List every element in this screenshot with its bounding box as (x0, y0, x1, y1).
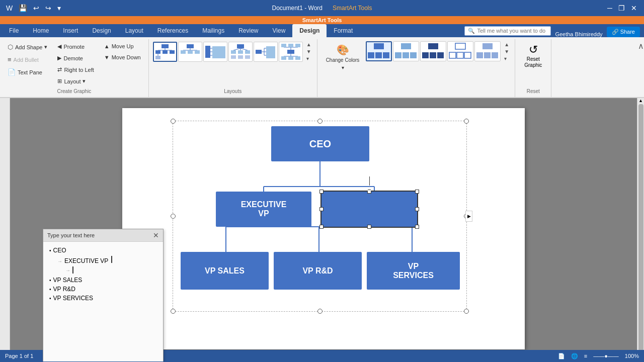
vp-rd-label: VP R&D (302, 266, 333, 276)
demote-button[interactable]: ▶ Demote (54, 53, 97, 63)
bullet-vpsales: • (49, 278, 51, 283)
undo-icon[interactable]: ↩ (31, 3, 41, 13)
collapse-ribbon-button[interactable]: ∧ (638, 41, 644, 51)
save-icon[interactable]: 💾 (17, 3, 29, 13)
handle-tl[interactable] (171, 119, 176, 124)
tab-home[interactable]: Home (26, 24, 56, 37)
style-thumb-4[interactable] (447, 41, 473, 61)
vp-services-box[interactable]: VPSERVICES (367, 252, 460, 290)
scroll-up-button[interactable]: ▲ (638, 98, 643, 103)
vertical-scrollbar[interactable]: ▲ ▼ (637, 98, 644, 361)
tab-design[interactable]: Design (85, 24, 118, 37)
tab-references[interactable]: References (150, 24, 195, 37)
style-thumb-5[interactable] (474, 41, 501, 61)
change-colors-button[interactable]: 🎨 Change Colors ▾ (321, 41, 364, 73)
collapse-ribbon-area: ∧ (638, 39, 644, 97)
layout-thumb-1[interactable] (153, 42, 177, 62)
minimize-button[interactable]: ─ (604, 3, 615, 13)
layout-scroll-more[interactable]: ▾ (305, 55, 313, 62)
handle-tc[interactable] (317, 119, 323, 124)
tab-view[interactable]: View (266, 24, 293, 37)
blank-handle-bl[interactable] (319, 225, 324, 229)
tab-insert[interactable]: Insert (56, 24, 85, 37)
svg-line-24 (240, 48, 248, 50)
add-shape-button[interactable]: ⬡ Add Shape ▾ (4, 41, 51, 53)
close-button[interactable]: ✕ (628, 3, 640, 13)
layout-scroll-up[interactable]: ▲ (305, 41, 313, 48)
promote-button[interactable]: ◀ Promote (54, 41, 97, 52)
smartart-styles-group: 🎨 Change Colors ▾ (317, 39, 516, 97)
tab-mailings[interactable]: Mailings (195, 24, 231, 37)
styles-scroll-more[interactable]: ▾ (503, 55, 511, 62)
collapse-arrow[interactable]: ▶ (465, 211, 472, 222)
tab-layout[interactable]: Layout (118, 24, 150, 37)
zoom-slider[interactable]: ——●—— (593, 353, 619, 359)
cursor-line[interactable]: → (47, 265, 159, 274)
layout-thumb-5[interactable] (254, 42, 278, 62)
scroll-thumb[interactable] (638, 104, 643, 355)
style-thumb-1[interactable] (366, 41, 392, 61)
tab-review[interactable]: Review (231, 24, 265, 37)
svg-rect-12 (188, 50, 193, 54)
layout-scroll-down[interactable]: ▼ (305, 48, 313, 55)
blank-handle-tl[interactable] (319, 190, 324, 194)
smartart-tools-bar: SmartArt Tools (0, 16, 644, 24)
maximize-button[interactable]: ❐ (615, 3, 628, 13)
blank-handle-ml[interactable] (319, 207, 324, 211)
text-pane-close-button[interactable]: ✕ (153, 231, 159, 239)
layout-button[interactable]: ⊞ Layout ▾ (54, 76, 97, 86)
tab-smartart-design[interactable]: Design (292, 24, 327, 37)
bullet-ceo: • (49, 248, 51, 253)
layout-thumb-6[interactable] (279, 42, 303, 62)
tab-format[interactable]: Format (327, 24, 360, 37)
handle-bl[interactable] (171, 309, 176, 314)
tab-file[interactable]: File (2, 24, 26, 37)
ceo-text: CEO (53, 247, 66, 254)
customize-icon[interactable]: ▾ (55, 3, 63, 13)
rotation-handle[interactable]: ↻ (366, 176, 372, 194)
move-down-icon: ▼ (104, 54, 110, 60)
blank-handle-tr[interactable] (415, 190, 419, 194)
view-print-icon[interactable]: 📄 (558, 353, 565, 359)
blank-handle-br[interactable] (415, 225, 419, 229)
executive-vp-box[interactable]: EXECUTIVEVP (216, 192, 311, 227)
redo-icon[interactable]: ↪ (43, 3, 53, 13)
vp-rd-box[interactable]: VP R&D (274, 252, 362, 290)
reset-graphic-button[interactable]: ↺ ResetGraphic (519, 41, 547, 70)
view-web-icon[interactable]: 🌐 (571, 353, 578, 359)
layout-thumb-4[interactable] (228, 42, 253, 62)
reset-graphic-icon: ↺ (529, 43, 538, 56)
view-outline-icon[interactable]: ≡ (584, 353, 587, 359)
layout-thumb-2[interactable] (178, 42, 202, 62)
add-bullet-button[interactable]: ≡ Add Bullet (4, 54, 51, 65)
share-button[interactable]: 🔗 Share (607, 27, 640, 37)
handle-bc[interactable] (317, 309, 323, 314)
text-pane-body[interactable]: • CEO → EXECUTIVE VP → • VP SALES (43, 242, 163, 361)
styles-scroll-down[interactable]: ▼ (503, 48, 511, 55)
vp-sales-box[interactable]: VP SALES (181, 252, 269, 290)
blank-box[interactable]: ↻ (321, 192, 417, 227)
text-pane-button[interactable]: 📄 Text Pane (4, 66, 51, 78)
style-thumb-3[interactable] (420, 41, 446, 61)
search-input[interactable] (477, 28, 547, 34)
change-colors-dropdown-icon[interactable]: ▾ (342, 65, 344, 70)
handle-br[interactable] (464, 309, 469, 314)
style-thumb-2[interactable] (393, 41, 419, 61)
right-to-left-button[interactable]: ⇄ Right to Left (54, 64, 97, 75)
org-chart-container[interactable]: CEO EXECUTIVEVP (173, 121, 467, 312)
layout-thumb-3[interactable] (203, 42, 227, 62)
left-ruler (0, 98, 10, 361)
styles-scroll-up[interactable]: ▲ (503, 41, 511, 48)
move-up-button[interactable]: ▲ Move Up (101, 41, 144, 51)
move-down-button[interactable]: ▼ Move Down (101, 52, 144, 62)
add-shape-dropdown-icon[interactable]: ▾ (44, 44, 47, 50)
text-pane-icon: 📄 (8, 68, 16, 76)
blank-handle-mr[interactable] (415, 207, 419, 211)
handle-ml[interactable] (171, 214, 176, 219)
ceo-box[interactable]: CEO (271, 126, 369, 161)
layout-dropdown-icon[interactable]: ▾ (83, 78, 86, 84)
handle-tr[interactable] (464, 119, 469, 124)
search-box[interactable]: 🔍 (464, 26, 551, 36)
text-pane-item-vpservices: • VP SERVICES (47, 294, 159, 303)
blank-handle-bc[interactable] (367, 225, 371, 229)
